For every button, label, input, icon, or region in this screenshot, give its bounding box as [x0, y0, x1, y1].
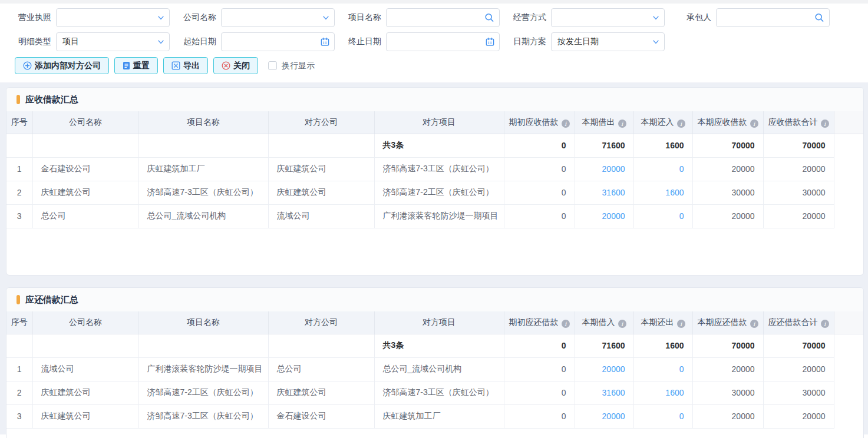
info-icon[interactable]: i	[750, 320, 758, 328]
value-link[interactable]: 1600	[665, 388, 684, 397]
empty-cell	[6, 134, 32, 157]
cell-value: 0	[504, 404, 575, 428]
cell-value: 20000	[692, 357, 763, 381]
cell-value: 20000	[692, 157, 763, 181]
value-link[interactable]: 1600	[665, 188, 684, 197]
filter-label: 项目名称	[345, 12, 381, 23]
cell-value: 20000	[575, 357, 633, 381]
reset-button[interactable]: 重置	[114, 57, 158, 74]
column-header-label: 序号	[11, 317, 28, 327]
row-index: 3	[6, 204, 32, 228]
panel-repayable-loans: 应还借款汇总 序号公司名称项目名称对方公司对方项目期初应还借款i本期借入i本期还…	[6, 287, 864, 438]
close-circle-icon	[222, 61, 230, 70]
toolbar: 添加内部对方公司重置导出关闭换行显示	[0, 57, 868, 82]
company-name-select[interactable]	[221, 8, 335, 27]
value-link[interactable]: 0	[679, 164, 684, 174]
summary-value: 70000	[692, 334, 763, 357]
column-header: 期初应收借款i	[504, 111, 575, 134]
summary-row: 共3条07160016007000070000	[6, 134, 863, 157]
chevron-down-icon[interactable]	[157, 38, 164, 45]
header-filler	[834, 311, 863, 334]
value-link[interactable]: 31600	[602, 388, 625, 397]
info-icon[interactable]: i	[821, 320, 829, 328]
value-link[interactable]: 0	[679, 412, 684, 421]
button-label: 重置	[133, 61, 150, 71]
column-header: 序号	[6, 111, 32, 134]
cell-value: 1600	[633, 381, 692, 404]
add-internal-counterparty-button[interactable]: 添加内部对方公司	[15, 57, 109, 74]
value-link[interactable]: 20000	[602, 164, 625, 174]
field-value: 项目	[62, 36, 79, 47]
value-link[interactable]: 20000	[602, 211, 625, 221]
button-label: 关闭	[233, 61, 250, 71]
cell-value: 0	[504, 157, 575, 181]
wrap-display-checkbox[interactable]: 换行显示	[268, 61, 315, 71]
info-icon[interactable]: i	[562, 320, 570, 328]
row-filler	[834, 134, 863, 157]
search-icon[interactable]	[814, 13, 824, 23]
close-button[interactable]: 关闭	[213, 57, 258, 74]
summary-value: 1600	[633, 334, 692, 357]
empty-cell	[268, 334, 374, 357]
table-row: 1金石建设公司庆虹建筑加工厂庆虹建筑公司济邹高速7-3工区（庆虹公司）02000…	[6, 157, 863, 181]
summary-value: 71600	[575, 134, 633, 157]
start-date-input[interactable]	[221, 32, 335, 51]
search-icon[interactable]	[484, 13, 494, 23]
column-header: 项目名称	[138, 311, 268, 334]
filter-label: 营业执照	[15, 12, 51, 23]
info-icon[interactable]: i	[677, 120, 685, 128]
panel-title: 应收借款汇总	[25, 94, 78, 105]
info-icon[interactable]: i	[750, 120, 758, 128]
checkbox-box[interactable]	[268, 61, 277, 70]
cell-value: 20000	[763, 204, 834, 228]
chevron-down-icon[interactable]	[652, 38, 659, 45]
row-index: 1	[6, 357, 32, 381]
cell-text: 庆虹建筑公司	[32, 181, 138, 204]
column-header-label: 本期应收借款	[698, 117, 747, 127]
value-link[interactable]: 31600	[602, 188, 625, 197]
empty-cell	[32, 134, 138, 157]
date-scheme-select[interactable]: 按发生日期	[551, 32, 665, 51]
info-icon[interactable]: i	[562, 120, 570, 128]
cell-value: 31600	[575, 381, 633, 404]
filter-group-detail-type-select: 明细类型项目	[15, 32, 170, 51]
chevron-down-icon[interactable]	[652, 14, 659, 21]
calendar-icon[interactable]	[321, 38, 329, 47]
column-header-label: 公司名称	[69, 117, 102, 127]
empty-cell	[138, 134, 268, 157]
filter-row-1: 营业执照公司名称项目名称经营方式承包人	[15, 8, 868, 27]
value-link[interactable]: 0	[679, 364, 684, 374]
operation-mode-select[interactable]	[551, 8, 665, 27]
button-label: 导出	[183, 61, 200, 71]
filter-group-operation-mode-select: 经营方式	[510, 8, 665, 27]
cell-text: 济邹高速7-2工区（庆虹公司）	[374, 181, 504, 204]
chevron-down-icon[interactable]	[322, 14, 329, 21]
cell-value: 0	[504, 204, 575, 228]
value-link[interactable]: 20000	[602, 364, 625, 374]
business-license-select[interactable]	[56, 8, 170, 27]
project-name-input[interactable]	[386, 8, 500, 27]
export-button[interactable]: 导出	[163, 57, 208, 74]
column-header-label: 公司名称	[69, 317, 102, 327]
contractor-input[interactable]	[716, 8, 830, 27]
row-filler	[834, 334, 863, 357]
info-icon[interactable]: i	[618, 120, 626, 128]
chevron-down-icon[interactable]	[157, 14, 164, 21]
cell-value: 0	[633, 404, 692, 428]
cell-text: 流域公司	[268, 204, 374, 228]
info-icon[interactable]: i	[677, 320, 685, 328]
panel-title: 应还借款汇总	[25, 294, 78, 306]
row-index: 3	[6, 404, 32, 428]
filter-label: 承包人	[675, 12, 711, 23]
calendar-icon[interactable]	[486, 38, 494, 47]
table-row: 2庆虹建筑公司济邹高速7-2工区（庆虹公司）庆虹建筑公司济邹高速7-3工区（庆虹…	[6, 381, 863, 404]
end-date-input[interactable]	[386, 32, 500, 51]
detail-type-select[interactable]: 项目	[56, 32, 170, 51]
info-icon[interactable]: i	[618, 320, 626, 328]
panel-title-row: 应还借款汇总	[6, 288, 863, 311]
value-link[interactable]: 0	[679, 211, 684, 221]
info-icon[interactable]: i	[821, 120, 829, 128]
cell-value: 30000	[763, 381, 834, 404]
filter-label: 日期方案	[510, 36, 546, 47]
value-link[interactable]: 20000	[602, 412, 625, 421]
